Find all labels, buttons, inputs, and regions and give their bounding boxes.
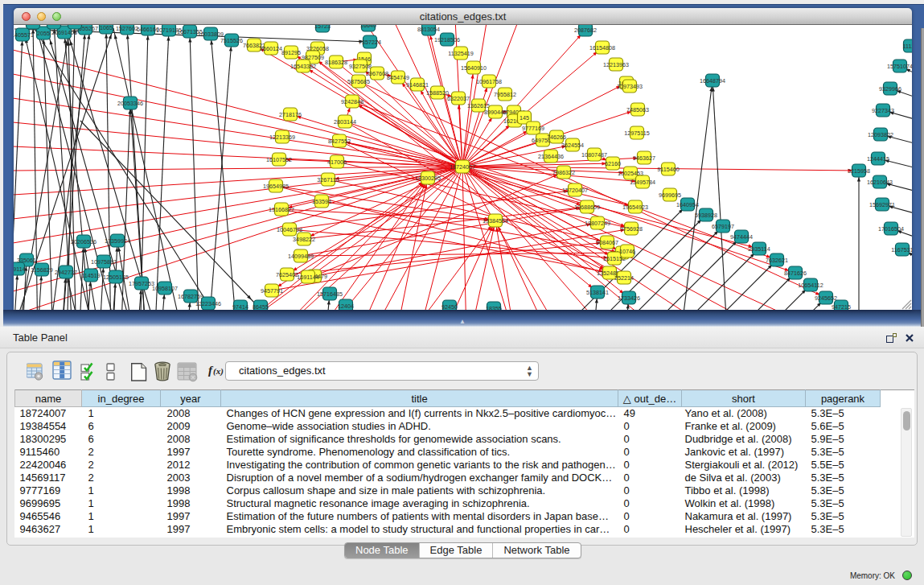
svg-text:3267110: 3267110: [317, 176, 339, 183]
svg-text:7357224: 7357224: [359, 39, 381, 46]
svg-text:1691144: 1691144: [297, 274, 318, 281]
svg-text:2803144: 2803144: [334, 118, 356, 126]
svg-text:16210643: 16210643: [867, 179, 893, 186]
svg-text:16543382: 16543382: [290, 63, 316, 70]
svg-text:145: 145: [519, 114, 529, 122]
svg-text:15723: 15723: [314, 25, 331, 30]
svg-text:5138141: 5138141: [586, 289, 609, 296]
svg-text:13495784: 13495784: [630, 179, 655, 186]
svg-text:114519: 114519: [81, 272, 100, 279]
svg-text:3624554: 3624554: [561, 142, 584, 149]
svg-text:8427552: 8427552: [328, 138, 351, 145]
svg-text:17359924: 17359924: [105, 237, 130, 245]
svg-text:9245652: 9245652: [815, 295, 837, 302]
svg-text:15716485: 15716485: [317, 290, 343, 298]
svg-text:2718176: 2718176: [279, 111, 302, 118]
svg-text:8471626: 8471626: [784, 270, 807, 277]
svg-text:5938928: 5938928: [695, 212, 717, 219]
svg-text:7515526: 7515526: [220, 37, 243, 44]
svg-text:16782759: 16782759: [178, 293, 203, 300]
svg-text:19654923: 19654923: [622, 204, 648, 211]
svg-text:14099489: 14099489: [288, 253, 314, 260]
svg-text:15640910: 15640910: [461, 64, 487, 72]
svg-text:9699695: 9699695: [659, 192, 681, 199]
svg-text:16648794: 16648794: [700, 77, 725, 84]
svg-text:9457791: 9457791: [261, 287, 283, 295]
svg-text:21364436: 21364436: [538, 153, 564, 160]
svg-text:1244415: 1244415: [867, 155, 889, 163]
svg-text:9227343: 9227343: [872, 107, 894, 114]
svg-text:9327508: 9327508: [349, 63, 372, 70]
svg-text:16107552: 16107552: [266, 156, 292, 163]
svg-text:20053346: 20053346: [117, 100, 143, 107]
svg-text:252214: 252214: [614, 274, 634, 282]
svg-text:17957253: 17957253: [129, 280, 154, 287]
svg-text:8660124: 8660124: [260, 45, 282, 52]
svg-text:7632621: 7632621: [766, 257, 788, 264]
svg-text:8454749: 8454749: [387, 74, 409, 81]
svg-text:6322037: 6322037: [447, 95, 470, 102]
svg-text:10958107: 10958107: [152, 285, 178, 292]
svg-text:9084067: 9084067: [596, 239, 618, 246]
svg-text:86455: 86455: [253, 303, 269, 311]
svg-text:11325419: 11325419: [448, 50, 473, 57]
svg-text:891295: 891295: [281, 49, 301, 56]
svg-text:1527602: 1527602: [116, 25, 138, 32]
svg-text:19166827: 19166827: [269, 206, 294, 213]
svg-text:947215: 947215: [832, 303, 851, 311]
svg-text:8813054: 8813054: [417, 26, 440, 33]
svg-text:10688609: 10688609: [574, 204, 600, 211]
svg-text:2055: 2055: [37, 30, 50, 37]
svg-text:39114: 39114: [14, 266, 26, 273]
svg-text:10654112: 10654112: [798, 282, 823, 289]
svg-text:2942737: 2942737: [55, 269, 77, 276]
svg-text:16154808: 16154808: [589, 44, 615, 51]
svg-text:12505135: 12505135: [103, 274, 129, 281]
svg-text:417006: 417006: [327, 159, 347, 166]
svg-text:7485063: 7485063: [626, 106, 649, 113]
svg-text:19654985: 19654985: [263, 183, 289, 190]
svg-text:10961758: 10961758: [476, 78, 502, 85]
svg-text:92450: 92450: [441, 303, 458, 311]
svg-text:18724007: 18724007: [450, 163, 475, 171]
svg-text:18300295: 18300295: [415, 175, 441, 182]
svg-text:62160: 62160: [605, 160, 621, 167]
svg-text:2935114: 2935114: [748, 245, 770, 253]
svg-text:10975887: 10975887: [91, 258, 117, 266]
svg-text:10046798: 10046798: [277, 226, 302, 233]
svg-text:17016504: 17016504: [878, 225, 904, 233]
svg-text:9777169: 9777169: [522, 125, 544, 132]
svg-text:10746: 10746: [619, 248, 635, 255]
svg-text:12223446: 12223446: [195, 300, 221, 307]
svg-text:5875685: 5875685: [347, 78, 370, 85]
svg-text:12975115: 12975115: [624, 130, 649, 137]
svg-text:9242848: 9242848: [341, 98, 363, 105]
svg-text:3215958: 3215958: [848, 167, 870, 175]
svg-text:(x): (x): [213, 366, 224, 377]
svg-text:12213963: 12213963: [603, 61, 629, 68]
svg-text:12213369: 12213369: [269, 134, 295, 141]
svg-text:15720407: 15720407: [562, 187, 588, 194]
svg-text:18807249: 18807249: [585, 220, 610, 227]
svg-text:9463627: 9463627: [633, 154, 655, 162]
svg-text:10807487: 10807487: [581, 151, 607, 159]
svg-text:8186328: 8186328: [325, 59, 347, 66]
svg-text:20206536: 20206536: [71, 238, 97, 245]
svg-text:1405571: 1405571: [14, 31, 34, 39]
svg-text:1588520: 1588520: [426, 89, 449, 97]
svg-text:9115460: 9115460: [657, 166, 679, 173]
svg-text:9146821: 9146821: [406, 81, 429, 89]
svg-text:15751074: 15751074: [887, 63, 912, 70]
svg-text:7986322: 7986322: [552, 169, 575, 176]
svg-text:9756928: 9756928: [620, 225, 643, 233]
svg-text:746266: 746266: [547, 134, 566, 141]
svg-text:1640954: 1640954: [676, 201, 699, 208]
svg-text:19384554: 19384554: [483, 217, 508, 225]
svg-text:11123: 11123: [903, 43, 912, 50]
svg-text:3498222: 3498222: [293, 236, 315, 243]
svg-text:12404: 12404: [338, 303, 354, 310]
svg-text:1167531: 1167531: [891, 246, 912, 253]
svg-text:7955812: 7955812: [494, 91, 516, 98]
svg-text:2967608: 2967608: [366, 70, 388, 77]
svg-text:1733426: 1733426: [618, 295, 640, 302]
